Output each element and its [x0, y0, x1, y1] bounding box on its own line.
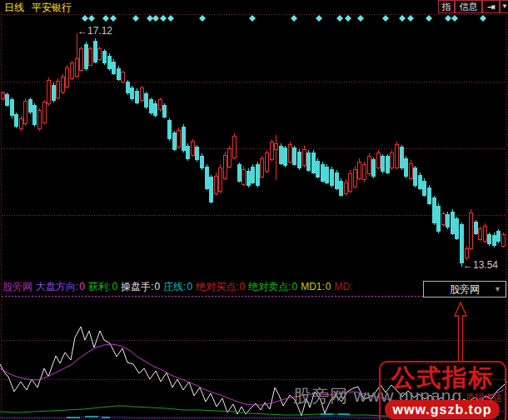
- indicator-field-label: 获利:: [88, 281, 111, 292]
- trading-app-window: 日线平安银行 指 信息 ⇥ ▼ ←17.12 ←13.54 股旁网 大盘方向:0…: [0, 0, 508, 420]
- indicator-field-value: 0: [292, 281, 298, 292]
- low-price-annotation: ←13.54: [463, 259, 498, 271]
- indicator-selector-value: 股旁网: [450, 283, 480, 295]
- chevron-down-icon[interactable]: ▼: [500, 0, 508, 13]
- indicator-field-value: 0: [187, 281, 192, 292]
- chart-title: 日线平安银行: [4, 1, 72, 15]
- info-button[interactable]: 信息: [455, 0, 482, 13]
- next-page-icon[interactable]: ⇥: [482, 0, 500, 13]
- period-label: 日线: [4, 2, 24, 13]
- stock-name: 平安银行: [32, 2, 72, 13]
- indicator-button[interactable]: 指: [438, 0, 455, 13]
- indicator-field-label: 操盘手:: [121, 281, 153, 292]
- promo-subtitle-link[interactable]: 原码点这: [466, 392, 502, 404]
- chevron-down-icon: ▼: [494, 282, 501, 297]
- indicator-field-value: 0: [239, 281, 245, 292]
- indicator-fields: 大盘方向:0获利:0操盘手:0庄线:0绝对买点:0绝对卖点:0MD1:0MD:: [36, 280, 357, 294]
- indicator-field-label: MD1:: [301, 281, 325, 292]
- promo-overlay: 公式指标 原码点这 www.gszb.top: [379, 361, 506, 420]
- indicator-field-value: 0: [326, 281, 331, 292]
- chart-canvas[interactable]: [0, 0, 508, 420]
- indicator-field-label: 绝对买点:: [196, 281, 238, 292]
- high-price-annotation: ←17.12: [77, 25, 112, 37]
- indicator-field-value: 0: [154, 281, 160, 292]
- indicator-selector-dropdown[interactable]: 股旁网 ▼: [423, 281, 506, 298]
- indicator-field-label: 绝对卖点:: [248, 281, 291, 292]
- indicator-field-value: 0: [112, 281, 117, 292]
- indicator-field-label: MD:: [335, 281, 353, 292]
- indicator-field-value: 0: [79, 281, 85, 292]
- brand-label: 股旁网: [2, 280, 32, 294]
- indicator-header: 股旁网 大盘方向:0获利:0操盘手:0庄线:0绝对买点:0绝对卖点:0MD1:0…: [2, 280, 361, 294]
- promo-title: 公式指标: [381, 363, 505, 392]
- indicator-field-label: 庄线:: [163, 281, 186, 292]
- indicator-field-label: 大盘方向:: [36, 281, 78, 292]
